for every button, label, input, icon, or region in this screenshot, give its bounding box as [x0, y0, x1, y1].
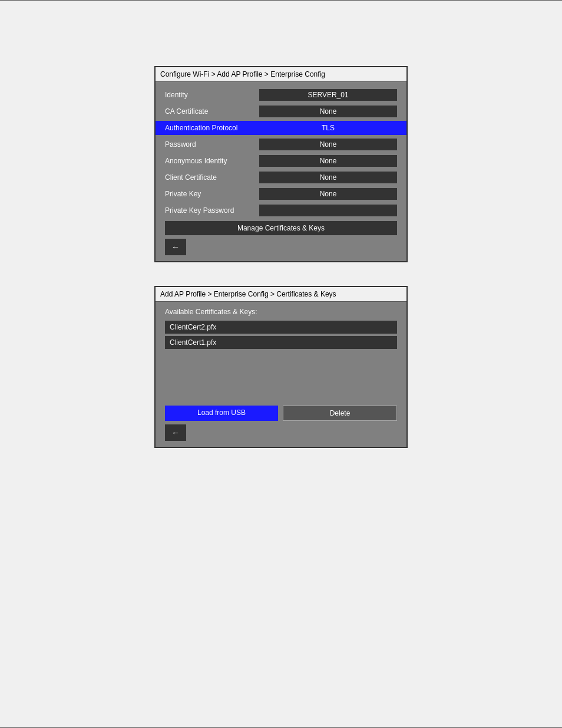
client-cert-row: Client Certificate None [165, 170, 397, 185]
bottom-buttons: Load from USB Delete [165, 406, 397, 421]
auth-protocol-row: Authentication Protocol TLS [156, 121, 406, 135]
top-rule [0, 0, 562, 1]
panel2-back-button[interactable]: ← [165, 424, 186, 441]
page-container: Configure Wi-Fi > Add AP Profile > Enter… [0, 0, 562, 728]
cert-list: ClientCert2.pfx ClientCert1.pfx [165, 321, 397, 349]
panel2-title: Add AP Profile > Enterprise Config > Cer… [156, 287, 406, 302]
panel1-body: Identity SERVER_01 CA Certificate None A… [156, 82, 406, 261]
private-key-row: Private Key None [165, 187, 397, 201]
panel1-back-button[interactable]: ← [165, 239, 186, 255]
manage-certs-button[interactable]: Manage Certificates & Keys [165, 221, 397, 235]
ca-cert-row: CA Certificate None [165, 104, 397, 118]
ca-cert-label: CA Certificate [165, 107, 259, 116]
private-key-label: Private Key [165, 190, 259, 198]
password-value[interactable]: None [259, 139, 397, 150]
client-cert-label: Client Certificate [165, 173, 259, 182]
anon-identity-value[interactable]: None [259, 155, 397, 167]
client-cert-value[interactable]: None [259, 172, 397, 183]
private-key-password-label: Private Key Password [165, 206, 259, 215]
private-key-value[interactable]: None [259, 188, 397, 200]
cert-spacer [165, 354, 397, 401]
cert-item-1[interactable]: ClientCert2.pfx [165, 321, 397, 334]
private-key-password-value[interactable] [259, 205, 397, 216]
main-content: Configure Wi-Fi > Add AP Profile > Enter… [0, 37, 562, 727]
identity-label: Identity [165, 91, 259, 99]
panel2-body: Available Certificates & Keys: ClientCer… [156, 302, 406, 447]
load-usb-button[interactable]: Load from USB [165, 406, 278, 421]
certs-keys-panel: Add AP Profile > Enterprise Config > Cer… [154, 286, 408, 448]
anon-identity-label: Anonymous Identity [165, 157, 259, 165]
identity-value[interactable]: SERVER_01 [259, 89, 397, 101]
password-label: Password [165, 140, 259, 149]
cert-item-2[interactable]: ClientCert1.pfx [165, 336, 397, 349]
available-certs-label: Available Certificates & Keys: [165, 308, 397, 316]
delete-button[interactable]: Delete [283, 406, 397, 421]
identity-row: Identity SERVER_01 [165, 88, 397, 102]
panel1-title: Configure Wi-Fi > Add AP Profile > Enter… [156, 67, 406, 82]
private-key-password-row: Private Key Password [165, 203, 397, 218]
auth-protocol-value[interactable]: TLS [259, 122, 397, 134]
enterprise-config-panel: Configure Wi-Fi > Add AP Profile > Enter… [154, 66, 408, 262]
auth-protocol-label: Authentication Protocol [165, 124, 259, 132]
anon-identity-row: Anonymous Identity None [165, 154, 397, 168]
ca-cert-value[interactable]: None [259, 106, 397, 117]
password-row: Password None [165, 137, 397, 151]
